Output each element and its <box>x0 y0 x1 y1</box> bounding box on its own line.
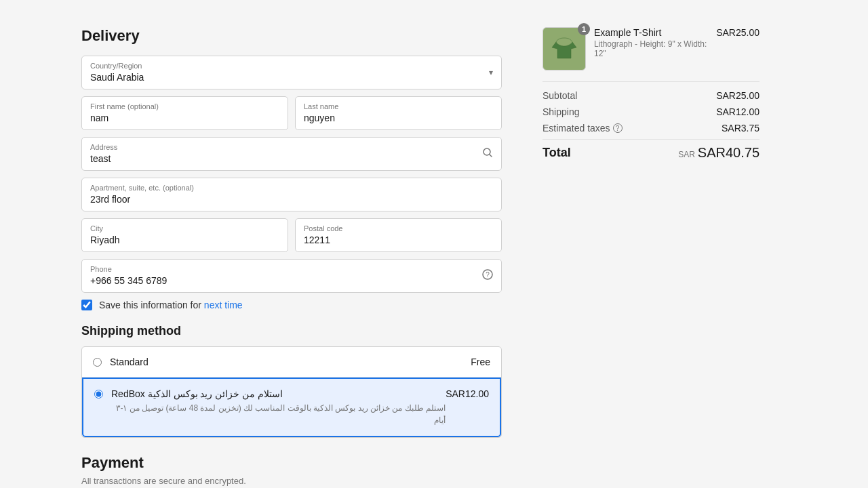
total-value: SARSAR40.75 <box>678 145 760 161</box>
phone-label: Phone <box>90 265 493 273</box>
total-row: Total SARSAR40.75 <box>542 139 760 161</box>
product-info: Example T-Shirt Lithograph - Height: 9" … <box>594 27 708 58</box>
total-label: Total <box>542 146 571 160</box>
save-info-checkbox[interactable] <box>81 300 92 310</box>
first-name-input[interactable] <box>90 113 279 123</box>
shipping-option-standard-content: Standard <box>110 357 471 367</box>
last-name-label: Last name <box>304 102 493 110</box>
shipping-value: SAR12.00 <box>716 106 760 117</box>
payment-title: Payment <box>81 454 502 472</box>
chevron-down-icon: ▾ <box>489 68 493 77</box>
next-time-highlight: next time <box>204 300 243 310</box>
payment-subtitle: All transactions are secure and encrypte… <box>81 476 502 486</box>
subtotal-label: Subtotal <box>542 90 577 101</box>
country-label: Country/Region <box>90 62 493 70</box>
postal-label: Postal code <box>304 224 493 232</box>
postal-input[interactable] <box>304 235 493 245</box>
save-info-label[interactable]: Save this information for next time <box>99 300 243 310</box>
address-field[interactable]: Address <box>81 137 502 171</box>
apartment-field[interactable]: Apartment, suite, etc. (optional) <box>81 178 502 211</box>
product-name: Example T-Shirt <box>594 27 708 38</box>
first-name-label: First name (optional) <box>90 102 279 110</box>
city-field[interactable]: City <box>81 218 288 252</box>
order-summary: Subtotal SAR25.00 Shipping SAR12.00 Esti… <box>542 81 760 161</box>
order-sidebar: 1 Example T-Shirt Lithograph - Height: 9… <box>529 14 787 488</box>
product-quantity-badge: 1 <box>578 23 590 35</box>
total-currency-note: SAR <box>678 150 695 159</box>
apartment-input[interactable] <box>90 194 493 205</box>
shipping-method-title: Shipping method <box>81 324 502 338</box>
address-input[interactable] <box>90 153 493 164</box>
shipping-radio-redbox[interactable] <box>94 390 103 399</box>
apartment-label: Apartment, suite, etc. (optional) <box>90 184 493 192</box>
product-price: SAR25.00 <box>716 27 760 38</box>
shipping-redbox-desc: استلم طلبك من خزائن ريد بوكس الذكية بالو… <box>111 402 446 426</box>
product-image-wrapper: 1 <box>542 27 586 70</box>
last-name-field[interactable]: Last name <box>295 96 502 130</box>
taxes-row: Estimated taxes ? SAR3.75 <box>542 123 760 134</box>
phone-field[interactable]: Phone ? <box>81 259 502 293</box>
svg-line-1 <box>490 155 492 157</box>
postal-field[interactable]: Postal code <box>295 218 502 252</box>
shipping-row: Shipping SAR12.00 <box>542 106 760 117</box>
shipping-label: Shipping <box>542 106 580 117</box>
last-name-input[interactable] <box>304 113 493 123</box>
city-label: City <box>90 224 279 232</box>
shipping-radio-standard[interactable] <box>93 358 102 367</box>
save-info-row: Save this information for next time <box>81 300 502 310</box>
shipping-standard-price: Free <box>471 357 490 367</box>
shipping-option-redbox-content: RedBox استلام من خزائن ريد بوكس الذكية ا… <box>111 388 446 426</box>
order-item: 1 Example T-Shirt Lithograph - Height: 9… <box>542 27 760 70</box>
shipping-redbox-price: SAR12.00 <box>446 388 489 399</box>
help-icon[interactable]: ? <box>482 269 493 283</box>
product-variant: Lithograph - Height: 9" x Width: 12" <box>594 39 708 58</box>
shipping-redbox-name: RedBox استلام من خزائن ريد بوكس الذكية <box>111 388 446 399</box>
first-name-field[interactable]: First name (optional) <box>81 96 288 130</box>
shipping-standard-name: Standard <box>110 357 471 367</box>
taxes-value: SAR3.75 <box>722 123 760 134</box>
shipping-options-container: Standard Free RedBox استلام من خزائن ريد… <box>81 346 502 438</box>
subtotal-row: Subtotal SAR25.00 <box>542 90 760 101</box>
search-icon <box>482 147 493 161</box>
phone-input[interactable] <box>90 275 493 286</box>
shipping-option-standard[interactable]: Standard Free <box>82 347 501 378</box>
taxes-info-icon[interactable]: ? <box>613 123 623 133</box>
delivery-title: Delivery <box>81 27 502 45</box>
country-region-field[interactable]: Country/Region Saudi Arabia ▾ <box>81 56 502 89</box>
svg-text:?: ? <box>486 271 490 279</box>
shipping-option-redbox[interactable]: RedBox استلام من خزائن ريد بوكس الذكية ا… <box>82 378 501 437</box>
taxes-label: Estimated taxes ? <box>542 123 623 134</box>
city-input[interactable] <box>90 235 279 245</box>
address-label: Address <box>90 143 493 151</box>
subtotal-value: SAR25.00 <box>716 90 760 101</box>
country-value: Saudi Arabia <box>90 72 144 83</box>
